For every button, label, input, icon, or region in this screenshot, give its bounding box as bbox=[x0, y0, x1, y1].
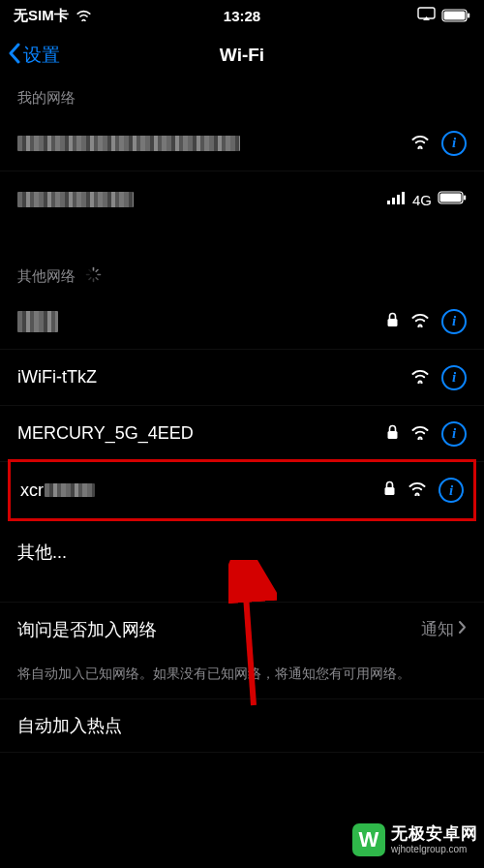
status-bar: 无SIM卡 13:28 bbox=[0, 0, 484, 31]
svg-rect-7 bbox=[402, 192, 405, 204]
auto-hotspot-row[interactable]: 自动加入热点 bbox=[0, 698, 484, 753]
svg-rect-2 bbox=[444, 12, 466, 20]
chevron-right-icon bbox=[458, 620, 467, 639]
battery-icon bbox=[438, 191, 467, 208]
info-icon[interactable]: i bbox=[441, 131, 467, 156]
section-other-networks: 其他网络 bbox=[0, 257, 484, 294]
network-name: iWiFi-tTkZ bbox=[17, 367, 410, 388]
network-row[interactable]: MERCURY_5G_4EED i bbox=[0, 406, 484, 462]
wifi-icon bbox=[410, 134, 430, 153]
svg-rect-10 bbox=[464, 196, 466, 201]
carrier-text: 无SIM卡 bbox=[14, 7, 69, 25]
network-name: xcr bbox=[20, 480, 44, 501]
clock: 13:28 bbox=[224, 8, 260, 24]
cellular-row[interactable]: 4G bbox=[0, 171, 484, 228]
auto-hotspot-label: 自动加入热点 bbox=[17, 714, 467, 737]
known-network-row[interactable]: i bbox=[0, 115, 484, 171]
svg-line-16 bbox=[89, 278, 91, 280]
svg-rect-9 bbox=[440, 194, 462, 202]
spinner-icon bbox=[85, 266, 102, 286]
wifi-icon bbox=[410, 368, 430, 388]
network-name: MERCURY_5G_4EED bbox=[17, 423, 386, 444]
svg-line-14 bbox=[96, 278, 98, 280]
ask-to-join-value: 通知 bbox=[421, 618, 454, 640]
signal-bars-icon bbox=[387, 191, 407, 208]
other-network-button[interactable]: 其他... bbox=[0, 524, 484, 580]
watermark-logo: W bbox=[352, 823, 385, 856]
page-title: Wi-Fi bbox=[220, 45, 264, 66]
network-row[interactable]: iWiFi-tTkZ i bbox=[0, 350, 484, 406]
back-label: 设置 bbox=[23, 43, 60, 68]
svg-line-12 bbox=[96, 270, 98, 272]
watermark-url: wjhotelgroup.com bbox=[391, 844, 478, 854]
svg-rect-21 bbox=[385, 487, 395, 495]
other-network-label: 其他... bbox=[17, 541, 467, 564]
svg-rect-6 bbox=[397, 195, 400, 204]
wifi-icon bbox=[410, 312, 430, 331]
wifi-icon bbox=[76, 8, 92, 24]
section-my-networks: 我的网络 bbox=[0, 79, 484, 115]
svg-line-18 bbox=[89, 270, 91, 272]
info-icon[interactable]: i bbox=[439, 478, 464, 503]
chevron-left-icon bbox=[8, 43, 21, 69]
back-button[interactable]: 设置 bbox=[8, 43, 60, 69]
highlight-annotation: xcr i bbox=[8, 459, 476, 521]
wifi-icon bbox=[410, 424, 430, 444]
lock-icon bbox=[386, 424, 399, 444]
network-row[interactable]: i bbox=[0, 294, 484, 350]
svg-rect-4 bbox=[387, 201, 390, 204]
watermark-brand: 无极安卓网 bbox=[391, 825, 478, 844]
lock-icon bbox=[386, 312, 399, 331]
battery-icon bbox=[441, 9, 470, 22]
censored-text bbox=[45, 483, 95, 497]
watermark: W 无极安卓网 wjhotelgroup.com bbox=[352, 823, 478, 856]
ask-to-join-row[interactable]: 询问是否加入网络 通知 bbox=[0, 602, 484, 656]
svg-rect-3 bbox=[468, 14, 469, 18]
wifi-icon bbox=[408, 480, 427, 500]
nav-header: 设置 Wi-Fi bbox=[0, 31, 484, 79]
info-icon[interactable]: i bbox=[441, 421, 467, 447]
ask-to-join-note: 将自动加入已知网络。如果没有已知网络，将通知您有可用网络。 bbox=[0, 656, 484, 698]
svg-rect-19 bbox=[388, 319, 398, 326]
info-icon[interactable]: i bbox=[441, 365, 467, 390]
svg-rect-5 bbox=[392, 198, 395, 204]
censored-text bbox=[17, 311, 58, 332]
svg-rect-20 bbox=[388, 431, 398, 439]
censored-text bbox=[17, 136, 240, 151]
airplay-icon bbox=[417, 7, 436, 24]
censored-text bbox=[17, 192, 134, 207]
ask-to-join-label: 询问是否加入网络 bbox=[17, 618, 421, 641]
cellular-label: 4G bbox=[412, 192, 432, 208]
info-icon[interactable]: i bbox=[441, 309, 467, 334]
network-row[interactable]: xcr i bbox=[11, 462, 473, 518]
lock-icon bbox=[383, 480, 396, 500]
